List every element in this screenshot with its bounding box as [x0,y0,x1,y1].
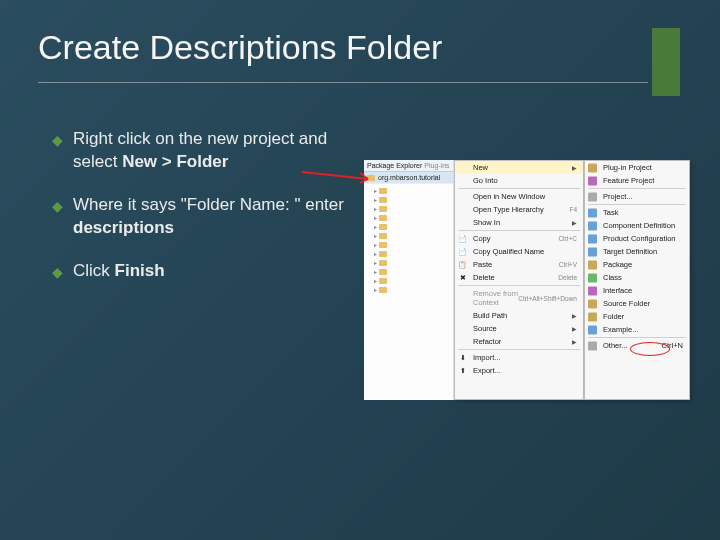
shortcut-label: Ctrl+N [662,341,683,350]
tree-row[interactable]: ▸ [364,258,453,267]
submenu-item[interactable]: Target Definition [585,245,689,258]
menu-item-label: Copy Qualified Name [473,247,544,256]
context-menu-item[interactable]: New▶ [455,161,583,174]
folder-icon [379,224,387,230]
submenu-item-icon [588,192,597,201]
submenu-item-icon [588,260,597,269]
explorer-tab-inactive[interactable]: Plug-ins [424,162,449,169]
tree-row[interactable]: ▸ [364,249,453,258]
submenu-item[interactable]: Package [585,258,689,271]
menu-item-icon: ✖ [458,273,467,282]
tree-row[interactable]: ▸ [364,186,453,195]
menu-item-label: Remove from Context [473,289,518,307]
submenu-item-label: Other... [603,341,628,350]
context-menu-item[interactable]: Show In▶ [455,216,583,229]
context-menu-item[interactable]: ⬆Export... [455,364,583,377]
explorer-tab-active[interactable]: Package Explorer [367,162,422,169]
context-menu-item[interactable]: Open Type HierarchyF4 [455,203,583,216]
eclipse-screenshot: Package Explorer Plug-ins org.mbarson.tu… [364,160,690,400]
menu-item-label: Import... [473,353,501,362]
submenu-arrow-icon: ▶ [572,325,577,332]
submenu-item-label: Target Definition [603,247,657,256]
tree-row[interactable]: ▸ [364,231,453,240]
submenu-item-icon [588,299,597,308]
folder-icon [379,251,387,257]
context-menu-item[interactable]: Open in New Window [455,190,583,203]
tree-row[interactable]: ▸ [364,276,453,285]
explorer-header: Package Explorer Plug-ins [364,160,453,172]
submenu-item[interactable]: Source Folder [585,297,689,310]
tree-row[interactable]: ▸ [364,195,453,204]
submenu-item-icon [588,247,597,256]
folder-icon [379,242,387,248]
expander-icon: ▸ [374,214,377,221]
context-menu-item[interactable]: 📄Copy Qualified Name [455,245,583,258]
package-explorer-pane: Package Explorer Plug-ins org.mbarson.tu… [364,160,454,400]
submenu-item[interactable]: Task [585,206,689,219]
tree-row[interactable]: ▸ [364,240,453,249]
submenu-item[interactable]: Interface [585,284,689,297]
project-icon [367,175,375,181]
bullet-bold: New > Folder [122,152,228,171]
menu-item-label: Show In [473,218,500,227]
new-submenu: Plug-in ProjectFeature ProjectProject...… [584,160,690,400]
submenu-item[interactable]: Component Definition [585,219,689,232]
bullet-item: ◆ Click Finish [52,260,352,283]
expander-icon: ▸ [374,187,377,194]
menu-item-label: Go Into [473,176,498,185]
submenu-item[interactable]: Class [585,271,689,284]
folder-icon [379,215,387,221]
expander-icon: ▸ [374,277,377,284]
submenu-item-label: Interface [603,286,632,295]
context-menu-item[interactable]: ⬇Import... [455,351,583,364]
context-menu-item[interactable]: Source▶ [455,322,583,335]
tree-row[interactable]: ▸ [364,204,453,213]
context-menu-item[interactable]: 📋PasteCtrl+V [455,258,583,271]
context-menu-item[interactable]: Build Path▶ [455,309,583,322]
context-menu: New▶Go IntoOpen in New WindowOpen Type H… [454,160,584,400]
menu-separator [458,230,580,231]
submenu-item[interactable]: Folder [585,310,689,323]
context-menu-item[interactable]: ✖DeleteDelete [455,271,583,284]
menu-item-label: New [473,163,488,172]
expander-icon: ▸ [374,196,377,203]
submenu-item-icon [588,221,597,230]
menu-item-label: Delete [473,273,495,282]
submenu-item[interactable]: Example... [585,323,689,336]
menu-item-icon: ⬇ [458,353,467,362]
submenu-item-label: Example... [603,325,638,334]
submenu-item[interactable]: Product Configuration [585,232,689,245]
folder-icon [379,260,387,266]
menu-item-label: Open in New Window [473,192,545,201]
tree-row[interactable]: ▸ [364,267,453,276]
submenu-item[interactable]: Project... [585,190,689,203]
context-menu-item[interactable]: Refactor▶ [455,335,583,348]
menu-item-icon: 📄 [458,247,467,256]
tree-row[interactable]: ▸ [364,285,453,294]
submenu-item-label: Task [603,208,618,217]
menu-separator [458,188,580,189]
menu-item-icon: ⬆ [458,366,467,375]
context-menu-item[interactable]: Go Into [455,174,583,187]
context-menu-item[interactable]: 📄CopyCtrl+C [455,232,583,245]
submenu-item-icon [588,163,597,172]
title-underline [38,82,648,83]
bullet-item: ◆ Right click on the new project and sel… [52,128,352,174]
folder-icon [379,206,387,212]
tree-row[interactable]: ▸ [364,222,453,231]
submenu-item-label: Source Folder [603,299,650,308]
expander-icon: ▸ [374,259,377,266]
submenu-item-icon [588,325,597,334]
submenu-item[interactable]: Plug-in Project [585,161,689,174]
submenu-item[interactable]: Feature Project [585,174,689,187]
folder-icon [379,287,387,293]
submenu-item[interactable]: Other...Ctrl+N [585,339,689,352]
menu-separator [588,337,686,338]
folder-icon [379,269,387,275]
tree-row[interactable]: ▸ [364,213,453,222]
bullet-icon: ◆ [52,197,63,216]
expander-icon: ▸ [374,286,377,293]
submenu-item-label: Package [603,260,632,269]
project-node[interactable]: org.mbarson.tutorial [364,172,453,184]
shortcut-label: Delete [558,274,577,281]
